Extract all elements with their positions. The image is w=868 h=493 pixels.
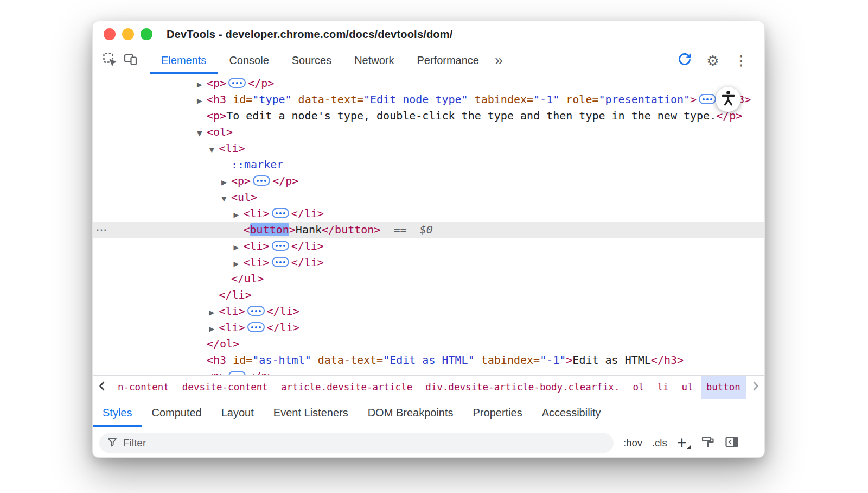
dom-tree-row[interactable]: ▶<p></p> [93,173,764,189]
dom-tree-row[interactable]: ▶<p></p> [93,75,764,91]
expand-arrow-icon[interactable]: ▶ [197,93,207,109]
dom-tree-row[interactable]: ▼<ul> [93,189,764,205]
expand-arrow-icon[interactable]: ▶ [197,370,207,375]
code-tag: <ul> [231,191,257,204]
ellipsis-dot [236,375,238,376]
styles-filter-box [99,433,614,453]
dom-tree-row[interactable]: </ol> [93,336,764,352]
dom-tree-row[interactable]: ⋯<button>Hank</button> == $0 [93,222,764,238]
dom-tree-row[interactable]: ▶<li></li> [93,254,764,270]
dom-tree-row[interactable]: ▶<li></li> [93,205,764,222]
expand-arrow-icon[interactable]: ▶ [234,256,244,272]
dom-tree-row[interactable]: ▶<p></p> [93,368,764,375]
collapse-arrow-icon[interactable]: ▼ [221,191,231,207]
dom-tree-row[interactable]: <h3 id="as-html" data-text="Edit as HTML… [93,352,764,368]
dom-tree-row[interactable]: ▶<li></li> [93,238,764,254]
dom-tree-row[interactable]: </li> [93,287,764,303]
refresh-button[interactable] [674,50,695,71]
expand-inline-ellipsis-button[interactable] [272,257,289,267]
expand-inline-ellipsis-button[interactable] [699,94,716,104]
dom-tree-row[interactable]: </ul> [93,270,764,287]
code-tag: > [566,353,572,366]
rendering-emulations-button[interactable] [701,435,715,451]
code-tag: > [289,223,296,236]
expand-inline-ellipsis-button[interactable] [228,371,246,375]
breadcrumb-item-button[interactable]: button [701,376,746,399]
expand-arrow-icon[interactable]: ▶ [234,207,244,223]
tab-performance[interactable]: Performance [406,47,491,74]
breadcrumb-scroll-left-button[interactable] [93,376,111,399]
gear-icon: ⚙ [706,54,719,68]
toolbar-right: ⚙ ⋮ [674,50,755,71]
breadcrumb-item-ol[interactable]: ol [627,376,649,399]
refresh-icon [677,52,692,69]
tab-sources[interactable]: Sources [280,47,343,74]
expand-inline-ellipsis-button[interactable] [272,208,289,218]
collapse-arrow-icon[interactable]: ▼ [209,142,219,158]
expand-inline-ellipsis-button[interactable] [247,306,265,316]
expand-inline-ellipsis-button[interactable] [253,175,270,186]
code-tag: </li> [291,256,324,269]
paint-roller-icon [701,435,715,451]
breadcrumb-scroll-right-button[interactable] [746,376,764,399]
panel-tab-layout[interactable]: Layout [212,399,264,427]
more-tabs-button[interactable]: » [490,53,507,68]
element-classes-button[interactable]: .cls [652,437,667,449]
tab-console[interactable]: Console [218,47,280,74]
code-tag: </li> [267,305,299,318]
code-tag: <li> [244,239,270,252]
ellipsis-dot [232,82,234,84]
collapse-arrow-icon[interactable]: ▼ [197,125,207,142]
expand-arrow-icon[interactable]: ▶ [221,174,231,191]
expand-arrow-icon[interactable]: ▶ [197,77,207,93]
accessibility-inspect-overlay[interactable] [716,87,741,112]
panel-tab-accessibility[interactable]: Accessibility [532,399,611,427]
expand-inline-ellipsis-button[interactable] [272,241,289,251]
expand-arrow-icon[interactable]: ▶ [234,239,244,256]
close-button[interactable] [104,28,116,40]
panel-tab-styles[interactable]: Styles [93,399,142,427]
code-attr: tabindex= [468,93,533,106]
settings-button[interactable]: ⚙ [703,50,723,71]
breadcrumb-item-devsite-content[interactable]: devsite-content [177,376,273,399]
chevron-right-icon [752,381,760,393]
tab-elements[interactable]: Elements [150,47,218,74]
dom-tree-row[interactable]: ::marker [93,156,764,173]
code-tag: <h3 [207,353,226,366]
ellipsis-dot [240,82,242,84]
dom-tree-row[interactable]: <p>To edit a node's type, double-click t… [93,108,764,124]
customize-menu-button[interactable]: ⋮ [731,50,751,71]
code-text: Edit as HTML [572,353,651,366]
panel-tab-dom-breakpoints[interactable]: DOM Breakpoints [358,399,463,427]
panel-tab-computed[interactable]: Computed [142,399,211,427]
breadcrumb-item-ul[interactable]: ul [676,376,699,399]
dom-tree-row[interactable]: ▼<li> [93,140,764,156]
code-tag: </h3> [651,353,684,366]
panel-tab-properties[interactable]: Properties [463,399,532,427]
expand-arrow-icon[interactable]: ▶ [209,305,219,321]
panel-tab-event-listeners[interactable]: Event Listeners [264,399,358,427]
breadcrumb-item-article-devsite-article[interactable]: article.devsite-article [276,376,418,399]
toolbar-divider [145,53,145,68]
breadcrumb-item-n-content[interactable]: n-content [112,376,175,399]
toggle-element-state-button[interactable]: :hov [623,437,642,449]
dom-tree-row[interactable]: ▶<li></li> [93,319,764,336]
dom-tree-row[interactable]: ▼<ol> [93,124,764,140]
tab-network[interactable]: Network [343,47,405,74]
zoom-button[interactable] [141,28,152,40]
new-style-rule-button[interactable]: + [677,435,691,451]
styles-filter-input[interactable] [123,437,606,449]
device-toolbar-button[interactable] [120,50,141,71]
breadcrumb-item-div-devsite-article-body-clearfix-[interactable]: div.devsite-article-body.clearfix. [420,376,625,399]
more-actions-icon[interactable]: ⋯ [96,222,107,238]
dom-tree-row[interactable]: ▶<li></li> [93,303,764,319]
inspect-element-button[interactable] [99,50,120,71]
expand-inline-ellipsis-button[interactable] [247,322,265,332]
minimize-button[interactable] [122,28,134,40]
dom-tree-row[interactable]: ▶<h3 id="type" data-text="Edit node type… [93,91,764,108]
window-title: DevTools - developer.chrome.com/docs/dev… [167,28,453,41]
computed-sidebar-toggle-button[interactable] [725,435,739,451]
expand-inline-ellipsis-button[interactable] [228,78,246,88]
breadcrumb-item-li[interactable]: li [652,376,674,399]
expand-arrow-icon[interactable]: ▶ [209,321,219,337]
